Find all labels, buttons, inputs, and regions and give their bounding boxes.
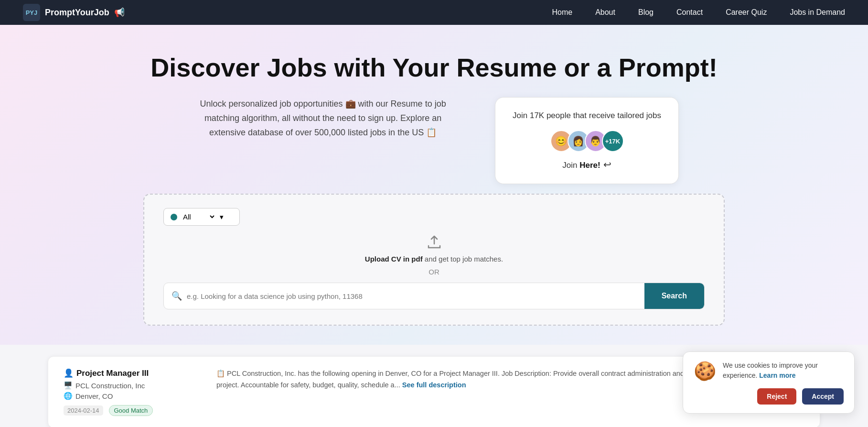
upload-area[interactable]: Upload CV in pdf and get top job matches… <box>163 235 705 263</box>
search-section: All Remote On-site ▾ Upload CV in pdf an… <box>143 194 725 326</box>
brand[interactable]: PYJ PromptYourJob 📢 <box>23 4 125 21</box>
join-arrow-icon: ↩ <box>603 159 611 170</box>
avatar-group: 😊 👩 👨 +17K <box>513 130 661 152</box>
or-divider: OR <box>163 268 705 276</box>
nav-links: Home About Blog Contact Career Quiz Jobs… <box>552 8 845 17</box>
join-text: Join <box>562 161 579 170</box>
job-meta: 2024-02-14 Good Match <box>64 405 197 416</box>
nav-jobs-in-demand[interactable]: Jobs in Demand <box>790 8 845 16</box>
cookie-banner: 🍪 We use cookies to improve your experie… <box>683 351 855 414</box>
location-dot <box>171 214 177 220</box>
join-cta-label: Here! <box>579 161 600 170</box>
cookie-accept-button[interactable]: Accept <box>802 388 844 405</box>
search-bar-icon: 🔍 <box>171 291 182 301</box>
nav-about[interactable]: About <box>595 8 615 16</box>
nav-blog[interactable]: Blog <box>638 8 654 16</box>
nav-logo: PYJ <box>23 4 40 21</box>
job-title-emoji: 👤 <box>64 368 74 378</box>
hero-description: Unlock personalized job opportunities 💼 … <box>189 97 457 140</box>
search-top: All Remote On-site ▾ <box>163 208 705 226</box>
nav-career-quiz[interactable]: Career Quiz <box>726 8 767 16</box>
join-card: Join 17K people that receive tailored jo… <box>495 97 679 184</box>
join-cta[interactable]: Join Here!↩ <box>513 159 661 170</box>
search-input[interactable] <box>187 284 644 309</box>
job-info-left: 👤 Project Manager III 🖥️ PCL Constructio… <box>64 368 197 416</box>
location-selector[interactable]: All Remote On-site ▾ <box>163 208 240 226</box>
location-icon: 🌐 <box>64 392 73 400</box>
upload-text: Upload CV in pdf and get top job matches… <box>163 255 705 263</box>
job-location: 🌐 Denver, CO <box>64 392 197 400</box>
job-title: 👤 Project Manager III <box>64 368 197 378</box>
search-button[interactable]: Search <box>644 283 704 309</box>
see-full-description-link[interactable]: See full description <box>402 381 466 389</box>
job-badge: Good Match <box>109 405 153 416</box>
hero-section: Discover Jobs with Your Resume or a Prom… <box>0 25 868 345</box>
job-company: 🖥️ PCL Construction, Inc <box>64 381 197 390</box>
upload-icon <box>163 235 705 252</box>
upload-rest-label: and get top job matches. <box>423 255 503 263</box>
chevron-down-icon: ▾ <box>220 213 224 221</box>
upload-bold-label: Upload CV in pdf <box>365 255 423 263</box>
job-desc-emoji: 📋 <box>216 370 227 377</box>
cookie-learn-more-link[interactable]: Learn more <box>759 372 795 379</box>
avatar-plus-count: +17K <box>602 130 624 152</box>
cookie-top: 🍪 We use cookies to improve your experie… <box>694 361 844 382</box>
cookie-text: We use cookies to improve your experienc… <box>723 361 844 381</box>
cookie-icon: 🍪 <box>694 361 716 382</box>
brand-name: PromptYourJob <box>45 8 109 18</box>
join-card-title: Join 17K people that receive tailored jo… <box>513 111 661 120</box>
nav-home[interactable]: Home <box>552 8 572 16</box>
hero-title: Discover Jobs with Your Resume or a Prom… <box>96 54 772 82</box>
cookie-reject-button[interactable]: Reject <box>757 388 796 405</box>
brand-emoji: 📢 <box>114 7 125 18</box>
location-dropdown[interactable]: All Remote On-site <box>181 212 216 221</box>
company-icon: 🖥️ <box>64 381 73 390</box>
job-date: 2024-02-14 <box>64 405 103 416</box>
cookie-buttons: Reject Accept <box>694 388 844 405</box>
navbar: PYJ PromptYourJob 📢 Home About Blog Cont… <box>0 0 868 25</box>
search-bar: 🔍 Search <box>163 283 705 309</box>
nav-contact[interactable]: Contact <box>676 8 703 16</box>
